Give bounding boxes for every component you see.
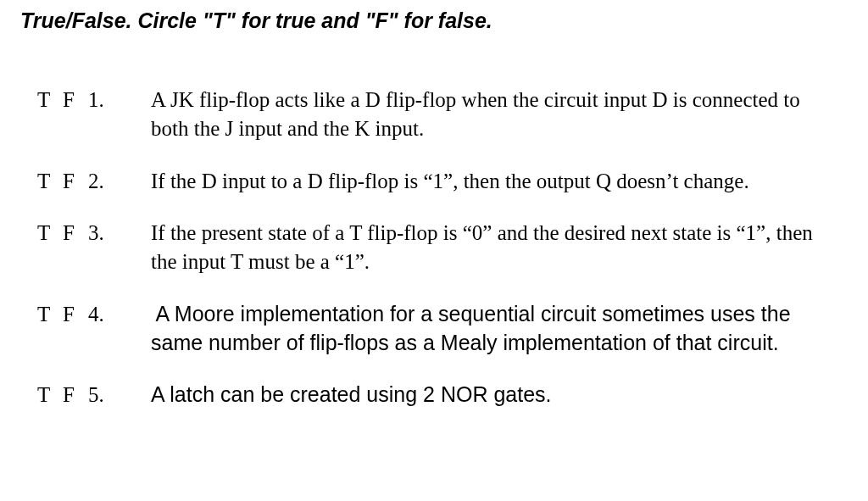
- tf-selector: T F 3.: [20, 219, 129, 248]
- question-row: T F 1. A JK flip-flop acts like a D flip…: [20, 86, 848, 143]
- true-option[interactable]: T: [37, 300, 63, 329]
- question-text: A JK flip-flop acts like a D flip-flop w…: [129, 86, 848, 143]
- false-option[interactable]: F: [63, 219, 88, 248]
- true-option[interactable]: T: [37, 167, 63, 196]
- question-number: 2.: [88, 167, 129, 196]
- false-option[interactable]: F: [63, 86, 88, 114]
- tf-selector: T F 4.: [20, 300, 129, 329]
- question-number: 4.: [88, 300, 129, 329]
- question-number: 5.: [88, 381, 129, 409]
- false-option[interactable]: F: [63, 381, 88, 409]
- question-number: 1.: [88, 86, 129, 114]
- question-number: 3.: [88, 219, 129, 248]
- question-row: T F 5. A latch can be created using 2 NO…: [20, 381, 848, 409]
- question-text: If the D input to a D flip-flop is “1”, …: [129, 167, 848, 196]
- tf-selector: T F 1.: [20, 86, 129, 114]
- tf-selector: T F 2.: [20, 167, 129, 196]
- true-option[interactable]: T: [37, 86, 63, 114]
- false-option[interactable]: F: [63, 300, 88, 329]
- true-option[interactable]: T: [37, 381, 63, 409]
- question-text: If the present state of a T flip-flop is…: [129, 219, 848, 276]
- page-instructions: True/False. Circle "T" for true and "F" …: [20, 8, 848, 33]
- question-row: T F 3. If the present state of a T flip-…: [20, 219, 848, 276]
- question-row: T F 4. A Moore implementation for a sequ…: [20, 300, 848, 358]
- true-option[interactable]: T: [37, 219, 63, 248]
- tf-selector: T F 5.: [20, 381, 129, 409]
- false-option[interactable]: F: [63, 167, 88, 196]
- question-text: A Moore implementation for a sequential …: [129, 300, 848, 358]
- question-row: T F 2. If the D input to a D flip-flop i…: [20, 167, 848, 196]
- question-text: A latch can be created using 2 NOR gates…: [129, 381, 848, 409]
